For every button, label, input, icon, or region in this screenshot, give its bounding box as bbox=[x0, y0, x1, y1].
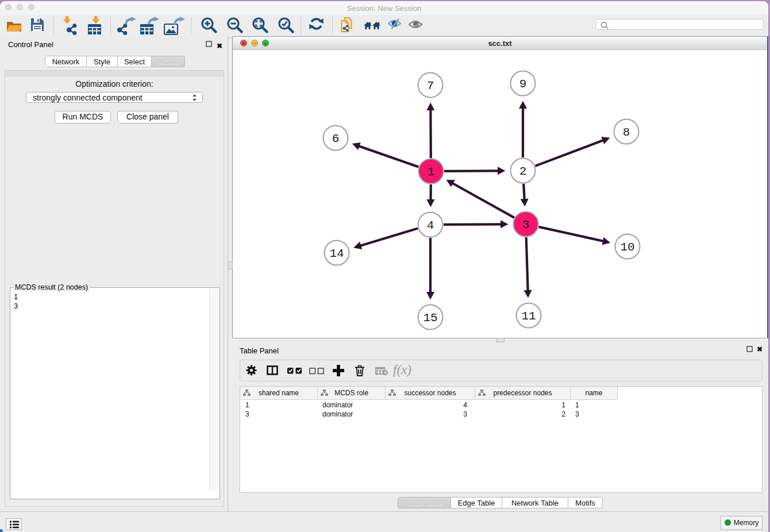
svg-text:8: 8 bbox=[623, 126, 630, 139]
svg-text:11: 11 bbox=[521, 310, 536, 323]
svg-text:3: 3 bbox=[522, 218, 530, 232]
svg-text:2: 2 bbox=[519, 165, 527, 178]
svg-text:9: 9 bbox=[519, 78, 527, 91]
svg-text:6: 6 bbox=[332, 132, 340, 145]
svg-text:10: 10 bbox=[620, 241, 634, 254]
svg-text:4: 4 bbox=[427, 219, 434, 232]
svg-text:14: 14 bbox=[329, 247, 344, 260]
svg-text:1: 1 bbox=[428, 165, 435, 179]
svg-text:15: 15 bbox=[423, 311, 437, 325]
svg-text:7: 7 bbox=[427, 79, 434, 92]
